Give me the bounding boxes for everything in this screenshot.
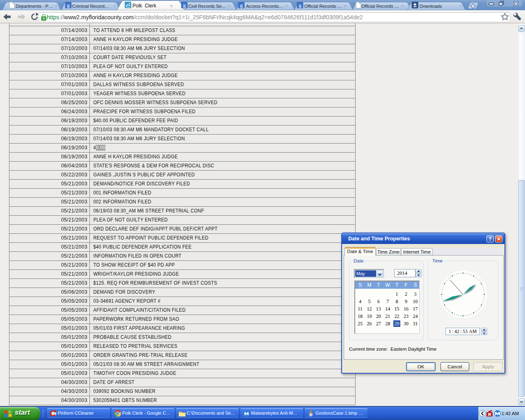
svg-text:g: g [240,2,243,8]
svg-text:g: g [67,2,70,8]
svg-text:g: g [299,2,301,8]
svg-text:g: g [183,2,186,8]
